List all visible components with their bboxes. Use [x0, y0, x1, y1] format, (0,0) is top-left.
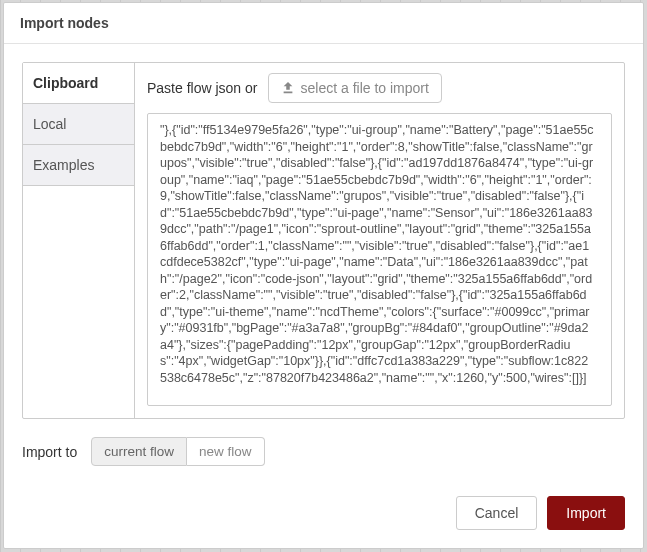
- tab-clipboard[interactable]: Clipboard: [23, 63, 134, 104]
- import-to-label: Import to: [22, 444, 77, 460]
- flow-json-input[interactable]: [147, 113, 612, 406]
- import-button[interactable]: Import: [547, 496, 625, 530]
- option-current-flow[interactable]: current flow: [91, 437, 187, 466]
- import-to-row: Import to current flow new flow: [22, 419, 625, 472]
- main-panel: Clipboard Local Examples Paste flow json…: [22, 62, 625, 419]
- dialog-title: Import nodes: [4, 3, 643, 44]
- clipboard-pane: Paste flow json or select a file to impo…: [135, 63, 624, 418]
- select-file-button[interactable]: select a file to import: [268, 73, 442, 103]
- paste-prompt: Paste flow json or: [147, 80, 258, 96]
- side-tabs: Clipboard Local Examples: [23, 63, 135, 418]
- select-file-label: select a file to import: [301, 80, 429, 96]
- dialog-body: Clipboard Local Examples Paste flow json…: [4, 44, 643, 490]
- paste-row: Paste flow json or select a file to impo…: [147, 73, 612, 103]
- import-to-options: current flow new flow: [91, 437, 264, 466]
- dialog-footer: Cancel Import: [4, 490, 643, 548]
- import-nodes-dialog: Import nodes Clipboard Local Examples Pa…: [3, 2, 644, 549]
- tab-examples[interactable]: Examples: [23, 145, 134, 186]
- tab-local[interactable]: Local: [23, 104, 134, 145]
- upload-icon: [281, 81, 295, 95]
- cancel-button[interactable]: Cancel: [456, 496, 538, 530]
- option-new-flow[interactable]: new flow: [187, 437, 265, 466]
